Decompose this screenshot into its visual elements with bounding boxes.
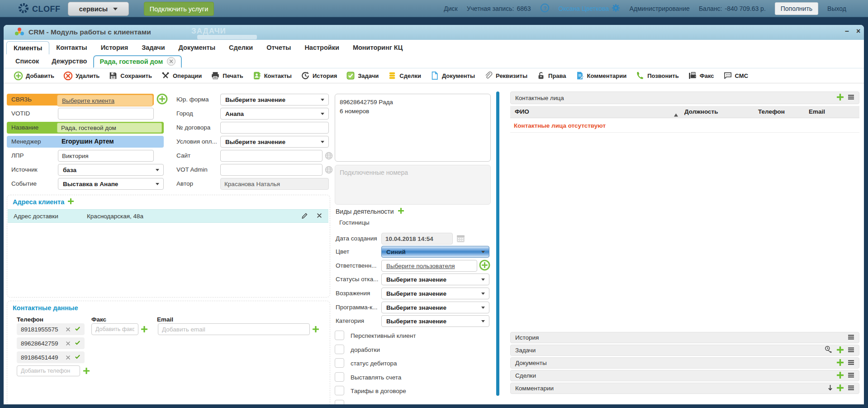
refusal-status-select[interactable]: Выберите значение: [381, 274, 489, 285]
tab-kontakty[interactable]: Контакты: [49, 41, 94, 54]
add-fax-input[interactable]: [91, 323, 138, 335]
contract-number-input[interactable]: [220, 122, 329, 134]
votadmin-globe-icon[interactable]: [325, 166, 333, 176]
votid-input[interactable]: [58, 108, 154, 120]
add-contact-person-button[interactable]: [837, 94, 844, 102]
minimize-button[interactable]: –: [845, 27, 849, 35]
user-name-link[interactable]: Оксана Цветкова: [559, 5, 609, 12]
comments-sort-down-icon[interactable]: [828, 384, 833, 393]
tasks-menu-icon[interactable]: [848, 347, 854, 354]
toolbar-deals-button[interactable]: Сделки: [388, 71, 421, 80]
panel-history[interactable]: История: [510, 332, 859, 343]
checkbox-rework[interactable]: [335, 345, 344, 354]
confirm-phone-icon[interactable]: [75, 354, 81, 361]
column-position[interactable]: Должность: [684, 108, 718, 115]
toolbar-save-button[interactable]: Сохранить: [109, 71, 152, 80]
tab-monitoring-kc[interactable]: Мониторинг КЦ: [346, 41, 409, 54]
toolbar-delete-button[interactable]: Удалить: [63, 71, 100, 81]
tab-sdelki[interactable]: Сделки: [222, 41, 260, 54]
subtab-spisok[interactable]: Список: [9, 58, 45, 65]
select-client-field[interactable]: Выберите клиента: [57, 95, 153, 106]
add-fax-button[interactable]: [141, 326, 147, 334]
toolbar-rights-button[interactable]: Права: [536, 71, 566, 80]
confirm-phone-icon[interactable]: [75, 326, 81, 333]
checkbox-perspective-client[interactable]: [335, 331, 344, 340]
add-document-button[interactable]: [837, 359, 844, 367]
toolbar-print-button[interactable]: Печать: [211, 71, 243, 80]
add-phone-button[interactable]: [83, 368, 90, 376]
tab-zadachi[interactable]: Задачи: [135, 41, 171, 54]
cloff-logo[interactable]: CLOFF: [18, 3, 61, 16]
toolbar-requisites-button[interactable]: Реквизиты: [484, 71, 527, 80]
toolbar-documents-button[interactable]: Документы: [430, 71, 475, 80]
checkbox-issue-invoices[interactable]: [335, 372, 344, 382]
objections-select[interactable]: Выберите значение: [381, 288, 489, 299]
panel-tasks[interactable]: Задачи: [510, 345, 859, 356]
add-email-button[interactable]: [313, 326, 319, 334]
add-deal-button[interactable]: [837, 372, 844, 380]
calendar-icon[interactable]: [456, 234, 465, 245]
remove-phone-icon[interactable]: [66, 341, 71, 346]
tab-klienty[interactable]: Клиенты: [6, 41, 49, 54]
toolbar-sms-button[interactable]: СМС: [723, 71, 748, 80]
toolbar-add-button[interactable]: Добавить: [14, 71, 54, 81]
column-phone[interactable]: Телефон: [758, 108, 785, 115]
checkbox-contract-tariffs[interactable]: [335, 386, 344, 395]
checkbox-debtor-status[interactable]: [335, 358, 344, 368]
tab-otchety[interactable]: Отчеты: [260, 41, 298, 54]
color-select[interactable]: Синий: [381, 246, 489, 258]
address-row[interactable]: Адрес доставки Краснодарская, 48а: [8, 209, 328, 223]
topup-button[interactable]: Пополнить: [775, 2, 818, 15]
add-linked-client-button[interactable]: [157, 93, 168, 106]
edit-address-pencil-icon[interactable]: [301, 212, 308, 221]
payment-terms-select[interactable]: Выберите значение: [220, 136, 329, 148]
toolbar-history-button[interactable]: История: [301, 71, 337, 80]
source-select[interactable]: база: [58, 164, 164, 176]
help-icon[interactable]: ?: [540, 3, 550, 14]
add-phone-input[interactable]: [17, 365, 80, 376]
toolbar-tasks-button[interactable]: Задачи: [346, 71, 379, 80]
name-input[interactable]: [57, 123, 162, 133]
tasks-call-log-icon[interactable]: [825, 346, 833, 355]
connect-services-button[interactable]: Подключить услуги: [144, 2, 214, 16]
site-input[interactable]: [220, 150, 323, 162]
window-titlebar[interactable]: CRM - Модуль работы с клиентами ЗАДАЧИ –…: [4, 25, 864, 40]
disk-link[interactable]: Диск: [444, 5, 457, 12]
toolbar-call-button[interactable]: Позвонить: [636, 71, 679, 80]
user-settings-gear-icon[interactable]: [612, 4, 620, 14]
subtab-client-card[interactable]: Рада, гостевой дом: [93, 55, 182, 68]
subtab-dezhurstvo[interactable]: Дежурство: [45, 58, 93, 65]
close-button[interactable]: ×: [856, 27, 860, 35]
tab-dokumenty[interactable]: Документы: [172, 41, 223, 54]
toolbar-comments-button[interactable]: Комментарии: [575, 71, 627, 80]
legal-form-select[interactable]: Выберите значение: [220, 94, 329, 106]
add-responsible-button[interactable]: [479, 259, 490, 273]
close-tab-icon[interactable]: [167, 57, 175, 66]
services-dropdown[interactable]: сервисы: [68, 2, 129, 16]
tab-nastroiki[interactable]: Настройки: [298, 41, 346, 54]
panel-splitter[interactable]: [496, 91, 499, 396]
contact-persons-menu-icon[interactable]: [848, 94, 854, 101]
category-select[interactable]: Выберите значение: [381, 315, 489, 327]
add-comment-button[interactable]: [837, 384, 844, 393]
lpr-input[interactable]: [58, 150, 154, 162]
comments-menu-icon[interactable]: [848, 385, 854, 392]
site-globe-icon[interactable]: [325, 152, 333, 162]
documents-menu-icon[interactable]: [848, 360, 854, 367]
add-task-button[interactable]: [837, 346, 844, 355]
column-fio[interactable]: ФИО: [515, 108, 529, 115]
city-select[interactable]: Анапа: [220, 108, 329, 120]
delete-address-icon[interactable]: [317, 213, 322, 220]
administration-link[interactable]: Администрирование: [629, 5, 690, 12]
panel-deals[interactable]: Сделки: [510, 370, 859, 381]
toolbar-fax-button[interactable]: Факс: [688, 71, 714, 80]
tab-istoriya[interactable]: История: [94, 41, 135, 54]
event-select[interactable]: Выставка в Анапе: [58, 178, 164, 190]
toolbar-contacts-button[interactable]: Контакты: [252, 71, 292, 80]
toolbar-operations-button[interactable]: Операции: [161, 71, 202, 80]
program-select[interactable]: Выберите значение: [381, 302, 489, 313]
add-email-input[interactable]: [158, 323, 310, 335]
column-email[interactable]: Email: [809, 108, 825, 115]
select-user-field[interactable]: Выберите пользователя: [381, 260, 477, 272]
add-address-button[interactable]: [68, 198, 74, 206]
